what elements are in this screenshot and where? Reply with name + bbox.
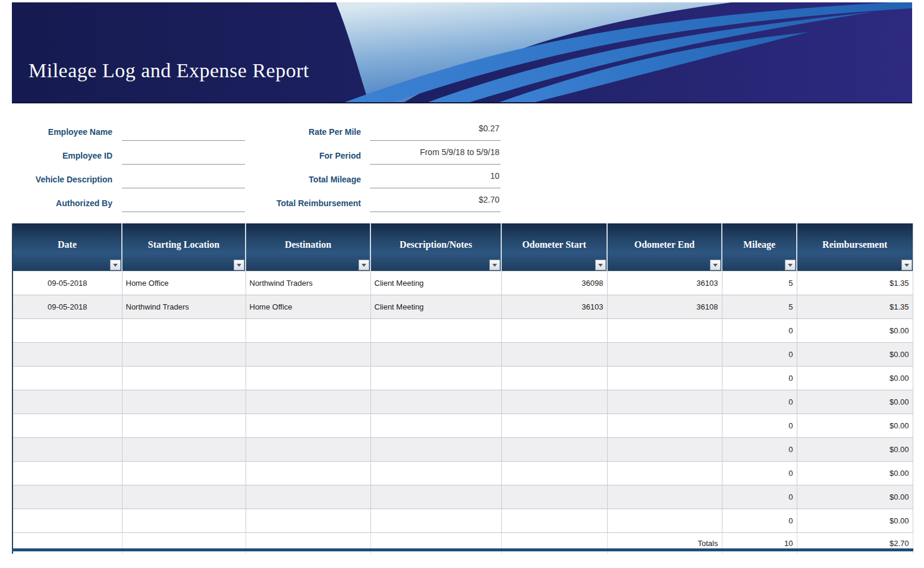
table-cell[interactable]: 0 [722, 414, 797, 438]
table-cell[interactable]: Client Meeting [370, 272, 501, 295]
filter-dropdown-button[interactable] [110, 260, 121, 270]
table-cell[interactable] [501, 414, 607, 438]
table-cell[interactable] [607, 343, 722, 367]
table-cell[interactable] [607, 367, 722, 390]
table-cell[interactable] [501, 438, 607, 462]
table-cell[interactable]: 0 [722, 509, 797, 533]
table-cell[interactable]: Home Office [122, 272, 246, 295]
table-cell[interactable] [370, 438, 501, 462]
filter-dropdown-button[interactable] [595, 260, 606, 270]
table-cell[interactable] [122, 414, 246, 438]
table-cell[interactable]: $0.00 [797, 414, 913, 438]
table-cell[interactable] [12, 509, 122, 533]
table-cell[interactable]: 09-05-2018 [12, 295, 122, 319]
table-cell[interactable]: $0.00 [797, 485, 913, 509]
table-cell[interactable]: $0.00 [797, 390, 913, 414]
table-cell[interactable] [122, 509, 246, 533]
table-cell[interactable] [12, 462, 122, 485]
table-cell[interactable]: 36103 [501, 295, 607, 319]
vehicle-description-field[interactable] [122, 170, 245, 188]
table-cell[interactable] [122, 485, 246, 509]
table-cell[interactable]: 36103 [607, 272, 722, 295]
table-cell[interactable]: $0.00 [797, 438, 913, 462]
table-cell[interactable] [370, 509, 501, 533]
table-cell[interactable] [607, 414, 722, 438]
filter-dropdown-button[interactable] [785, 260, 796, 270]
authorized-by-field[interactable] [122, 194, 245, 212]
table-cell[interactable] [370, 390, 501, 414]
table-cell[interactable] [246, 319, 370, 343]
table-cell[interactable] [246, 343, 370, 367]
table-cell[interactable] [370, 485, 501, 509]
table-cell[interactable]: Northwind Traders [246, 272, 370, 295]
table-cell[interactable] [501, 367, 607, 390]
table-cell[interactable]: 36108 [607, 295, 722, 319]
table-cell[interactable] [12, 319, 122, 343]
table-cell[interactable] [370, 414, 501, 438]
table-cell[interactable] [246, 438, 370, 462]
filter-dropdown-button[interactable] [901, 260, 912, 270]
table-cell[interactable] [370, 462, 501, 485]
filter-dropdown-button[interactable] [489, 260, 500, 270]
table-cell[interactable]: 0 [722, 319, 797, 343]
table-cell[interactable]: $0.00 [797, 319, 913, 343]
table-cell[interactable]: $0.00 [797, 343, 913, 367]
table-cell[interactable] [12, 485, 122, 509]
table-cell[interactable] [501, 390, 607, 414]
table-cell[interactable] [607, 509, 722, 533]
table-cell[interactable] [501, 485, 607, 509]
table-cell[interactable] [246, 462, 370, 485]
rate-per-mile-field[interactable]: $0.27 [370, 122, 501, 141]
table-cell[interactable] [607, 438, 722, 462]
table-cell[interactable] [370, 343, 501, 367]
table-cell[interactable]: $1.35 [797, 272, 913, 295]
table-cell[interactable] [246, 509, 370, 533]
for-period-field[interactable]: From 5/9/18 to 5/9/18 [370, 146, 501, 165]
filter-dropdown-button[interactable] [234, 260, 244, 270]
table-cell[interactable] [501, 509, 607, 533]
employee-name-field[interactable] [122, 122, 245, 141]
table-cell[interactable] [370, 319, 501, 343]
table-cell[interactable] [122, 462, 246, 485]
table-cell[interactable] [12, 343, 122, 367]
table-cell[interactable] [122, 438, 246, 462]
table-cell[interactable]: 0 [722, 462, 797, 485]
table-cell[interactable] [12, 414, 122, 438]
table-cell[interactable]: 0 [722, 390, 797, 414]
total-reimbursement-field[interactable]: $2.70 [370, 194, 501, 212]
table-cell[interactable]: 0 [722, 438, 797, 462]
table-cell[interactable] [12, 367, 122, 390]
table-cell[interactable] [246, 485, 370, 509]
filter-dropdown-button[interactable] [359, 260, 369, 270]
table-cell[interactable]: $0.00 [797, 367, 913, 390]
table-cell[interactable]: Home Office [246, 295, 370, 319]
table-cell[interactable] [501, 462, 607, 485]
table-cell[interactable] [12, 438, 122, 462]
table-cell[interactable] [122, 319, 246, 343]
table-cell[interactable]: Northwind Traders [122, 295, 246, 319]
table-cell[interactable] [607, 485, 722, 509]
table-cell[interactable]: 0 [722, 367, 797, 390]
table-cell[interactable]: 09-05-2018 [12, 272, 122, 295]
table-cell[interactable] [501, 319, 607, 343]
table-cell[interactable] [12, 390, 122, 414]
table-cell[interactable] [607, 462, 722, 485]
employee-id-field[interactable] [122, 146, 245, 165]
table-cell[interactable]: $0.00 [797, 509, 913, 533]
table-cell[interactable]: Client Meeting [370, 295, 501, 319]
table-cell[interactable] [122, 390, 246, 414]
filter-dropdown-button[interactable] [710, 260, 721, 270]
table-cell[interactable] [246, 414, 370, 438]
table-cell[interactable]: 0 [722, 485, 797, 509]
table-cell[interactable] [607, 319, 722, 343]
table-cell[interactable]: 0 [722, 343, 797, 367]
table-cell[interactable]: 5 [722, 295, 797, 319]
table-cell[interactable] [246, 390, 370, 414]
table-cell[interactable] [501, 343, 607, 367]
table-cell[interactable]: 36098 [501, 272, 607, 295]
table-cell[interactable] [246, 367, 370, 390]
total-mileage-field[interactable]: 10 [370, 170, 501, 188]
table-cell[interactable]: 5 [722, 272, 797, 295]
table-cell[interactable] [122, 343, 246, 367]
table-cell[interactable] [122, 367, 246, 390]
